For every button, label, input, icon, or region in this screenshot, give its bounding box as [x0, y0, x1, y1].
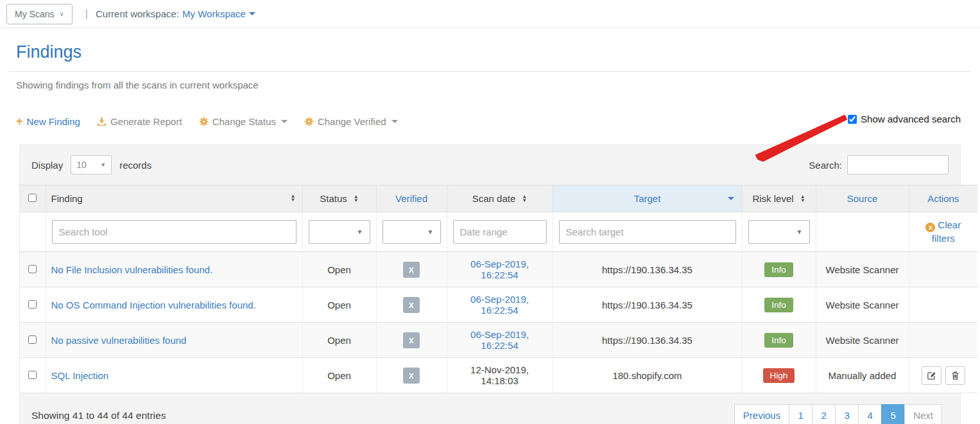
finding-cell: No passive vulnerabilities found [46, 323, 302, 358]
finding-link[interactable]: No passive vulnerabilities found [51, 335, 187, 346]
table-row: No File Inclusion vulnerabilities found.… [20, 252, 977, 287]
scan-date-link[interactable]: 06-Sep-2019, 16:22:54 [470, 294, 529, 316]
target-header-label: Target [634, 193, 661, 204]
change-verified-button[interactable]: Change Verified [304, 116, 398, 127]
filter-empty-cell [20, 212, 46, 252]
source-text: Manually added [829, 370, 897, 381]
edit-icon [927, 371, 936, 380]
delete-finding-button[interactable] [945, 366, 965, 385]
scan-date-link[interactable]: 12-Nov-2019, 14:18:03 [470, 364, 529, 386]
page-button-2[interactable]: 2 [812, 404, 836, 424]
page-button-1[interactable]: 1 [789, 404, 812, 424]
sort-icon[interactable]: ▲▼ [291, 194, 296, 202]
entries-summary: Showing 41 to 44 of 44 entries [31, 410, 166, 421]
row-checkbox[interactable] [28, 335, 37, 344]
risk-level-cell: Info [742, 323, 816, 358]
title-divider [10, 71, 970, 72]
status-cell: Open [302, 287, 376, 323]
status-text: Open [327, 264, 351, 275]
verified-toggle-badge[interactable]: x [403, 332, 420, 348]
page-button-next[interactable]: Next [904, 404, 942, 424]
actions-header-label: Actions [927, 193, 959, 204]
row-checkbox[interactable] [28, 371, 37, 379]
finding-cell: No OS Command Injection vulnerabilities … [46, 287, 302, 323]
finding-link[interactable]: SQL Injection [51, 370, 109, 381]
caret-down-icon: ▼ [427, 228, 434, 235]
caret-down-icon [391, 120, 398, 123]
new-finding-button[interactable]: + New Finding [16, 116, 80, 127]
finding-header-label: Finding [51, 193, 83, 204]
scan-date-link[interactable]: 06-Sep-2019, 16:22:54 [470, 259, 529, 280]
show-advanced-search-toggle[interactable]: Show advanced search [848, 114, 961, 124]
clear-filters-label: Clear filters [932, 219, 961, 244]
row-checkbox[interactable] [28, 300, 37, 309]
table-controls: Display 10 ▼ records Search: [20, 145, 960, 185]
date-range-filter-input[interactable] [453, 220, 547, 244]
page-button-4[interactable]: 4 [858, 404, 882, 424]
clear-filters-button[interactable]: xClear filters [919, 219, 968, 245]
source-text: Website Scanner [826, 335, 899, 346]
scan-date-cell: 06-Sep-2019, 16:22:54 [447, 287, 553, 323]
finding-link[interactable]: No OS Command Injection vulnerabilities … [51, 300, 256, 310]
my-scans-dropdown[interactable]: My Scans ∨ [6, 4, 73, 24]
row-checkbox[interactable] [28, 265, 37, 273]
column-header-finding[interactable]: Finding ▲▼ [46, 185, 302, 212]
verified-toggle-badge[interactable]: x [403, 297, 420, 313]
status-text: Open [327, 300, 351, 310]
sort-desc-icon[interactable] [728, 197, 734, 200]
column-header-target[interactable]: Target [553, 185, 742, 212]
verified-toggle-badge[interactable]: x [403, 368, 420, 384]
edit-finding-button[interactable] [922, 366, 941, 385]
finding-cell: No File Inclusion vulnerabilities found. [46, 252, 302, 287]
findings-panel: Display 10 ▼ records Search: [19, 144, 961, 424]
target-filter-input[interactable] [559, 220, 736, 244]
verified-toggle-badge[interactable]: x [403, 262, 420, 278]
topbar-separator: | [85, 8, 88, 20]
column-header-status[interactable]: Status ▲▼ [302, 185, 376, 212]
verified-filter-select[interactable]: ▼ [383, 220, 441, 244]
sort-icon[interactable]: ▲▼ [800, 195, 805, 203]
target-cell: https://190.136.34.35 [553, 252, 742, 287]
advanced-search-checkbox[interactable] [848, 115, 857, 124]
filter-row: ▼ ▼ ▼ [20, 212, 977, 252]
generate-report-button[interactable]: Generate Report [97, 116, 182, 127]
chevron-down-icon: ∨ [59, 10, 64, 17]
page-button-3[interactable]: 3 [835, 404, 859, 424]
finding-filter-input[interactable] [52, 220, 297, 244]
column-header-source[interactable]: Source [816, 185, 909, 212]
sort-icon[interactable]: ▲▼ [522, 195, 527, 203]
column-header-risk-level[interactable]: Risk level ▲▼ [742, 185, 816, 212]
column-header-verified[interactable]: Verified [376, 185, 447, 212]
scan-date-link[interactable]: 06-Sep-2019, 16:22:54 [470, 329, 529, 351]
page-button-previous[interactable]: Previous [734, 404, 789, 424]
change-status-button[interactable]: Change Status [199, 116, 288, 127]
source-cell: Website Scanner [816, 252, 909, 287]
page-length-value: 10 [76, 160, 87, 170]
page-button-5[interactable]: 5 [881, 404, 905, 424]
workspace-label: Current workspace: [96, 8, 179, 19]
workspace-selector[interactable]: My Workspace [182, 8, 255, 19]
select-all-checkbox[interactable] [28, 194, 37, 202]
column-header-scan-date[interactable]: Scan date ▲▼ [447, 185, 553, 212]
source-cell: Website Scanner [816, 287, 909, 323]
column-header-actions: Actions [909, 185, 977, 212]
status-filter-select[interactable]: ▼ [309, 220, 370, 244]
row-select-cell [20, 287, 46, 323]
row-actions [922, 366, 965, 385]
scan-date-cell: 06-Sep-2019, 16:22:54 [447, 252, 553, 287]
caret-down-icon: ▼ [796, 228, 803, 235]
caret-down-icon [281, 120, 288, 123]
row-select-cell [20, 323, 46, 358]
target-text: https://190.136.34.35 [602, 300, 692, 310]
verified-cell: x [376, 252, 447, 287]
table-row: No OS Command Injection vulnerabilities … [20, 287, 977, 323]
download-icon [97, 117, 107, 126]
page-length-select[interactable]: 10 ▼ [71, 155, 112, 174]
finding-link[interactable]: No File Inclusion vulnerabilities found. [51, 264, 213, 275]
risk-level-filter-select[interactable]: ▼ [748, 220, 810, 244]
sort-icon[interactable]: ▲▼ [354, 195, 359, 203]
table-search-input[interactable] [847, 155, 949, 174]
records-label: records [119, 160, 151, 171]
status-header-label: Status [320, 193, 347, 204]
status-cell: Open [302, 252, 376, 287]
